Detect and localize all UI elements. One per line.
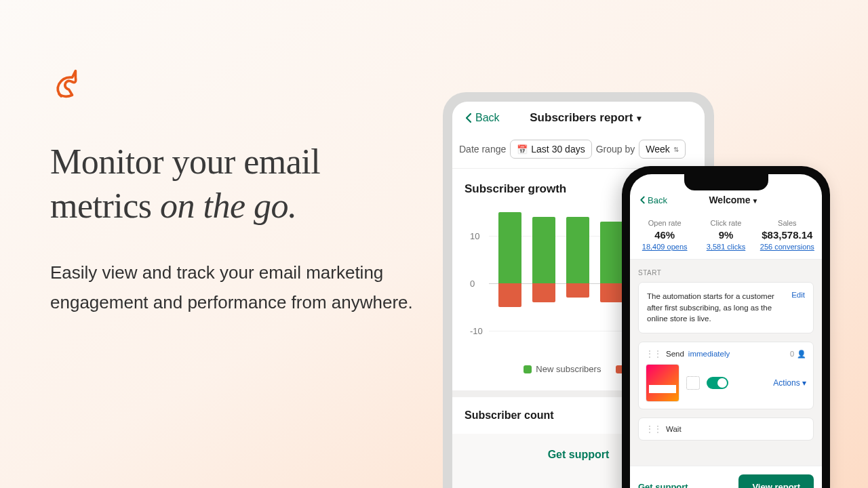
y-tick-10: 10: [470, 231, 479, 241]
legend-swatch-new: [524, 365, 532, 373]
automation-start-card: The automation starts for a customer aft…: [638, 282, 814, 333]
metric-value: 9%: [695, 229, 756, 241]
group-by-select[interactable]: Week ⇅: [639, 140, 686, 159]
group-by-value: Week: [646, 144, 670, 155]
send-timing-link[interactable]: immediately: [688, 350, 730, 358]
email-thumbnail[interactable]: WELCOME: [646, 364, 679, 402]
send-prefix: Send: [666, 350, 684, 358]
select-arrows-icon: ⇅: [673, 146, 679, 153]
metric: Sales$83,578.14256 conversions: [757, 219, 818, 251]
drag-handle-icon[interactable]: ⋮⋮: [646, 349, 662, 359]
group-by-label: Group by: [596, 144, 635, 155]
caret-down-icon: ▼: [752, 197, 759, 205]
edit-link[interactable]: Edit: [791, 291, 805, 299]
phone-mockup: Back Welcome▼ Open rate46%18,409 opensCl…: [622, 166, 830, 488]
metric-link[interactable]: 18,409 opens: [634, 243, 695, 251]
y-tick-neg10: -10: [470, 325, 483, 336]
headline-italic: on the go.: [160, 186, 297, 225]
send-count: 0: [790, 350, 794, 358]
chevron-left-icon: [639, 196, 646, 204]
add-step-placeholder[interactable]: [686, 376, 700, 390]
metric-label: Click rate: [695, 219, 756, 227]
phone-notch: [684, 174, 768, 190]
thumb-label: WELCOME: [650, 385, 672, 389]
metrics-row: Open rate46%18,409 opensClick rate9%3,58…: [630, 212, 822, 260]
metric: Click rate9%3,581 clicks: [695, 219, 756, 251]
drag-handle-icon[interactable]: ⋮⋮: [646, 424, 662, 434]
date-range-label: Date range: [459, 144, 506, 155]
bar-column: [532, 212, 555, 354]
wait-step-card: ⋮⋮ Wait: [638, 418, 814, 441]
wait-prefix: Wait: [666, 425, 682, 433]
start-label: START: [638, 269, 814, 277]
screen-title-text: Welcome: [709, 195, 750, 205]
date-range-value: Last 30 days: [531, 144, 585, 155]
subtext: Easily view and track your email marketi…: [50, 258, 416, 317]
screen-title-dropdown[interactable]: Subscribers report▼: [481, 111, 692, 125]
metric-link[interactable]: 256 conversions: [757, 243, 818, 251]
person-icon: 👤: [797, 350, 806, 359]
metric-value: $83,578.14: [757, 229, 818, 241]
get-support-link[interactable]: Get support: [638, 482, 730, 488]
y-tick-0: 0: [470, 279, 475, 289]
metric: Open rate46%18,409 opens: [634, 219, 695, 251]
brand-logo-icon: [50, 66, 85, 102]
automation-text: The automation starts for a customer aft…: [647, 291, 785, 325]
send-step-card: ⋮⋮ Send immediately 0 👤 WELCOME Actions …: [638, 342, 814, 409]
legend-label-new: New subscribers: [536, 364, 601, 374]
metric-link[interactable]: 3,581 clicks: [695, 243, 756, 251]
metric-label: Open rate: [634, 219, 695, 227]
calendar-icon: 📅: [517, 144, 528, 155]
bar-column: [600, 212, 623, 354]
bar-column: [498, 212, 521, 354]
bar-column: [566, 212, 589, 354]
metric-label: Sales: [757, 219, 818, 227]
date-range-picker[interactable]: 📅 Last 30 days: [510, 140, 591, 159]
headline: Monitor your email metrics on the go.: [50, 140, 416, 228]
metric-value: 46%: [634, 229, 695, 241]
caret-down-icon: ▼: [635, 114, 643, 123]
actions-dropdown[interactable]: Actions ▾: [773, 378, 806, 388]
screen-title-dropdown[interactable]: Welcome▼: [655, 195, 812, 205]
screen-title-text: Subscribers report: [530, 111, 633, 124]
chevron-left-icon: [465, 113, 473, 123]
active-toggle[interactable]: [707, 377, 728, 389]
view-report-button[interactable]: View report: [738, 474, 814, 488]
